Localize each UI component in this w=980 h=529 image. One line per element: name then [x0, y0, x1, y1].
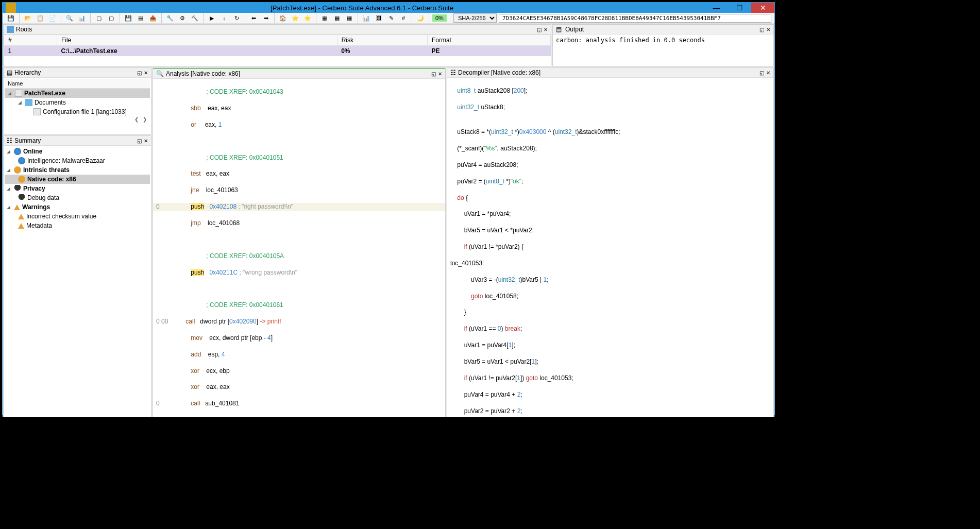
globe-icon: [18, 157, 25, 164]
separator: [120, 13, 120, 23]
edit-button[interactable]: ✎: [386, 13, 396, 23]
warning-icon: [18, 214, 24, 219]
person-icon: [18, 194, 25, 201]
hash-display[interactable]: 7D3624CAE5E34678B1A59C48678FC28D811BBDE8…: [499, 14, 771, 23]
radiation-icon: [18, 176, 25, 183]
summary-debug[interactable]: Debug data: [5, 193, 150, 202]
summary-intel[interactable]: Intelligence: MalwareBazaar: [5, 156, 150, 165]
hierarchy-config[interactable]: Configuration file 1 [lang:1033]: [5, 107, 150, 116]
open-button[interactable]: 📂: [23, 13, 33, 23]
image-button[interactable]: 🖼: [374, 13, 384, 23]
action2-button[interactable]: ⚙: [177, 13, 188, 23]
folder-icon: [25, 99, 32, 106]
close-icon[interactable]: ✕: [144, 70, 148, 76]
separator: [161, 13, 162, 23]
hierarchy-documents[interactable]: ◢ Documents: [5, 98, 150, 107]
search-button[interactable]: 🔍: [64, 13, 75, 23]
output-panel: ▤ Output ◱ ✕ carbon: analysis finished i…: [552, 24, 774, 66]
layout1-button[interactable]: ▦: [319, 13, 330, 23]
undock-icon[interactable]: ◱: [537, 27, 542, 32]
cascade-button[interactable]: ▤: [136, 13, 146, 23]
col-format[interactable]: Format: [427, 35, 550, 46]
summary-online[interactable]: ◢Online: [5, 147, 150, 156]
roots-title: Roots: [16, 26, 535, 33]
main-window: [PatchTest.exe] - Cerbero Suite Advanced…: [2, 2, 775, 415]
action3-button[interactable]: 🔨: [190, 13, 200, 23]
file-icon: [15, 90, 22, 97]
roots-row[interactable]: 1 C:\...\PatchTest.exe 0% PE: [4, 46, 551, 57]
undock-icon[interactable]: ◱: [431, 71, 436, 77]
down-button[interactable]: ↓: [219, 13, 229, 23]
col-file[interactable]: File: [57, 35, 337, 46]
summary-native[interactable]: Native code: x86: [5, 175, 150, 184]
copy-button[interactable]: 📋: [35, 13, 45, 23]
report-button[interactable]: 📊: [77, 13, 87, 23]
collapse-icon[interactable]: ◢: [8, 91, 13, 96]
home-button[interactable]: 🏠: [278, 13, 288, 23]
moon-button[interactable]: 🌙: [415, 13, 426, 23]
hierarchy-col-name[interactable]: Name: [5, 79, 150, 89]
summary-warnings[interactable]: ◢Warnings: [5, 202, 150, 212]
save-dropdown-button[interactable]: 💾: [6, 13, 16, 23]
clipboard-button[interactable]: 📄: [47, 13, 58, 23]
roots-panel: Roots ◱ ✕ # File Risk Format 1: [3, 24, 551, 66]
forward-button[interactable]: ➡: [261, 13, 271, 23]
close-icon[interactable]: ✕: [144, 138, 148, 144]
analysis-title: Analysis [Native code: x86]: [166, 70, 429, 77]
separator: [61, 13, 61, 23]
roots-table: # File Risk Format 1 C:\...\PatchTest.ex…: [4, 35, 551, 56]
hierarchy-icon: ▤: [7, 69, 12, 76]
undock-icon[interactable]: ◱: [137, 70, 142, 76]
summary-checksum[interactable]: Incorrect checksum value: [5, 212, 150, 221]
run-button[interactable]: ▶: [207, 13, 217, 23]
close-icon[interactable]: ✕: [766, 27, 770, 32]
separator: [19, 13, 20, 23]
col-num[interactable]: #: [4, 35, 57, 46]
back-button[interactable]: ⬅: [248, 13, 259, 23]
chart-button[interactable]: 📊: [361, 13, 371, 23]
separator: [245, 13, 245, 23]
risk-percent: 0%: [432, 14, 447, 22]
bookmarks-button[interactable]: ⭐: [302, 13, 313, 23]
titlebar: [PatchTest.exe] - Cerbero Suite Advanced…: [3, 3, 774, 13]
layout3-button[interactable]: ▦: [344, 13, 354, 23]
window2-button[interactable]: ▢: [106, 13, 116, 23]
extract-button[interactable]: 📤: [148, 13, 158, 23]
scroll-right[interactable]: ❮ ❯: [5, 116, 150, 122]
close-icon[interactable]: ✕: [766, 70, 770, 76]
output-text: carbon: analysis finished in 0.0 seconds: [553, 35, 773, 66]
output-title: Output: [565, 26, 757, 33]
decompiler-view[interactable]: uint8_t auStack208 [200]; uint32_t uStac…: [447, 78, 773, 417]
disassembly-view[interactable]: ; CODE XREF: 0x00401043 sbb eax, eax or …: [153, 79, 445, 417]
summary-icon: ☷: [7, 137, 12, 144]
hash-algo-select[interactable]: SHA-2/256: [453, 13, 497, 23]
summary-intrinsic[interactable]: ◢Intrinsic threats: [5, 165, 150, 175]
action1-button[interactable]: 🔧: [165, 13, 175, 23]
disk-button[interactable]: 💾: [123, 13, 133, 23]
main-toolbar: 💾 📂 📋 📄 🔍 📊 ▢ ▢ 💾 ▤ 📤 🔧 ⚙ 🔨 ▶ ↓ ↻ ⬅ ➡ 🏠 …: [3, 13, 774, 24]
window1-button[interactable]: ▢: [94, 13, 104, 23]
summary-privacy[interactable]: ◢Privacy: [5, 184, 150, 193]
warning-icon: [14, 204, 20, 210]
minimize-button[interactable]: —: [705, 3, 728, 13]
undock-icon[interactable]: ◱: [759, 70, 764, 76]
hierarchy-root[interactable]: ◢ PatchTest.exe: [5, 89, 150, 98]
undock-icon[interactable]: ◱: [137, 138, 142, 144]
undock-icon[interactable]: ◱: [759, 27, 764, 32]
separator: [90, 13, 91, 23]
decompiler-title: Decompiler [Native code: x86]: [458, 69, 757, 76]
maximize-button[interactable]: ☐: [728, 3, 751, 13]
collapse-icon[interactable]: ◢: [18, 100, 23, 105]
close-button[interactable]: ✕: [751, 3, 774, 13]
separator: [316, 13, 316, 23]
hash-button[interactable]: #: [398, 13, 409, 23]
layout2-button[interactable]: ▦: [332, 13, 342, 23]
separator: [203, 13, 204, 23]
bookmark-button[interactable]: ⭐: [290, 13, 300, 23]
close-icon[interactable]: ✕: [544, 27, 548, 32]
close-icon[interactable]: ✕: [438, 71, 442, 77]
person-icon: [14, 185, 21, 192]
refresh-button[interactable]: ↻: [231, 13, 242, 23]
summary-metadata[interactable]: Metadata: [5, 221, 150, 230]
col-risk[interactable]: Risk: [337, 35, 427, 46]
